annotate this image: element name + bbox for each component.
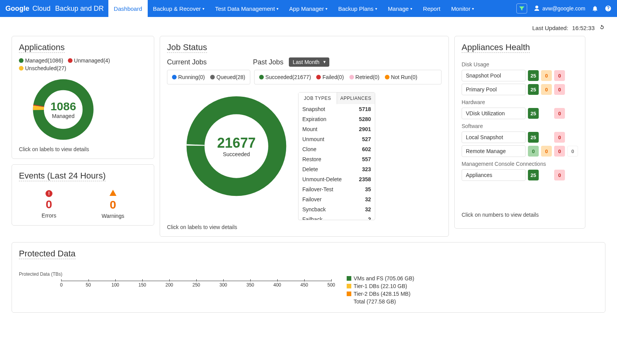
axis-tick: 500 [327, 279, 335, 285]
job-type-row[interactable]: Snapshot5718 [298, 104, 375, 114]
current-jobs-label: Current Jobs [167, 58, 207, 66]
legend-vms[interactable]: VMs and FS (705.06 GB) [347, 275, 414, 281]
warnings-label: Warnings [102, 213, 125, 219]
ah-row-name[interactable]: Remote Manage [462, 145, 526, 157]
ah-pill-err[interactable]: 0 [554, 70, 565, 81]
ah-pill-err[interactable]: 0 [554, 146, 565, 157]
ah-row-name[interactable]: Snapshot Pool [462, 70, 526, 81]
events-title: Events (Last 24 Hours) [19, 171, 106, 181]
ah-row: Appliances250 [462, 169, 578, 181]
applications-center-label: Managed [52, 113, 74, 119]
past-jobs-range-dropdown[interactable]: Last Month [289, 57, 329, 67]
google-logo: Google [5, 5, 29, 13]
legend-managed[interactable]: Managed(1086) [19, 57, 63, 64]
nav-monitor[interactable]: Monitor▾ [446, 0, 479, 17]
applications-card: Applications Managed(1086) Unmanaged(4) … [12, 36, 154, 159]
events-card: Events (Last 24 Hours) ! 0 Errors 0 Warn… [12, 164, 154, 226]
refresh-icon [598, 24, 605, 31]
ah-pill-ok[interactable]: 25 [528, 108, 539, 119]
job-type-row[interactable]: Failover-Test35 [298, 184, 375, 194]
ah-pill-ok[interactable]: 25 [528, 170, 539, 180]
legend-t2[interactable]: Tier-2 DBs (428.15 MB) [347, 291, 414, 297]
job-type-row[interactable]: Unmount527 [298, 134, 375, 144]
chevron-down-icon: ▾ [375, 7, 377, 11]
ah-pill-warn[interactable]: 0 [541, 146, 552, 157]
chip-notrun[interactable]: Not Run(0) [385, 74, 417, 80]
job-status-title: Job Status [167, 42, 207, 53]
chip-failed[interactable]: Failed(0) [316, 74, 344, 80]
legend-unscheduled[interactable]: Unscheduled(27) [19, 65, 66, 71]
ah-pill-ok[interactable]: 25 [528, 84, 539, 95]
ah-pill-err[interactable]: 0 [554, 170, 565, 180]
job-type-row[interactable]: Failback2 [298, 214, 375, 220]
ah-pill-ok[interactable]: 25 [528, 70, 539, 81]
chevron-down-icon: ▾ [472, 7, 474, 11]
job-type-row[interactable]: Syncback32 [298, 204, 375, 214]
ah-row-name[interactable]: VDisk Utilization [462, 108, 526, 119]
ah-row: Primary Pool2500 [462, 84, 578, 95]
past-jobs-chips: Succeeded(21677) Failed(0) Retried(0) No… [254, 70, 442, 84]
chevron-down-icon: ▾ [410, 7, 412, 11]
chevron-down-icon: ▾ [325, 7, 327, 11]
chip-retried[interactable]: Retried(0) [349, 74, 379, 80]
applications-hint: Click on labels to view details [19, 146, 147, 152]
axis-tick: 100 [111, 279, 119, 285]
protected-data-card: Protected Data Protected Data (TBs) 0501… [12, 242, 605, 313]
nav-dashboard[interactable]: Dashboard [108, 0, 147, 17]
tab-job-types[interactable]: JOB TYPES [298, 93, 337, 104]
job-type-row[interactable]: Clone602 [298, 144, 375, 154]
nav-test-data[interactable]: Test Data Management▾ [210, 0, 284, 17]
ah-row-name[interactable]: Primary Pool [462, 84, 526, 95]
nav-backup-plans[interactable]: Backup Plans▾ [333, 0, 383, 17]
ah-pill-err[interactable]: 0 [554, 108, 565, 119]
applications-title: Applications [19, 42, 65, 53]
events-errors[interactable]: ! 0 Errors [42, 190, 56, 219]
job-type-row[interactable]: Failover32 [298, 194, 375, 204]
user-email: avw@google.com [543, 5, 586, 12]
ah-pill-ok[interactable]: 0 [528, 146, 539, 157]
top-nav: Google Cloud Backup and DR Dashboard Bac… [0, 0, 617, 17]
ah-section-label: Hardware [462, 99, 578, 105]
events-warnings[interactable]: 0 Warnings [102, 190, 125, 219]
job-types-panel: JOB TYPES APPLIANCES Snapshot5718Expirat… [298, 92, 375, 220]
chip-queued[interactable]: Queued(28) [210, 74, 245, 80]
applications-donut[interactable]: 1086 Managed [30, 77, 96, 142]
nav-backup-recover[interactable]: Backup & Recover▾ [148, 0, 210, 17]
ah-pill-err[interactable]: 0 [554, 132, 565, 143]
job-type-row[interactable]: Restore557 [298, 154, 375, 164]
jobs-center-value: 21677 [217, 135, 256, 151]
nav-app-manager[interactable]: App Manager▾ [284, 0, 333, 17]
axis-tick: 150 [138, 279, 146, 285]
axis-tick: 400 [273, 279, 281, 285]
ah-pill-ok[interactable]: 25 [528, 132, 539, 143]
legend-t1[interactable]: Tier-1 DBs (22.10 GB) [347, 283, 414, 289]
job-type-row[interactable]: Expiration5280 [298, 114, 375, 124]
jobs-donut[interactable]: 21677 Succeeded [182, 92, 290, 200]
job-type-row[interactable]: Unmount-Delete2358 [298, 174, 375, 184]
job-type-row[interactable]: Delete323 [298, 164, 375, 174]
chip-succeeded[interactable]: Succeeded(21677) [259, 74, 311, 80]
bell-icon[interactable] [592, 5, 598, 12]
user-menu[interactable]: avw@google.com [533, 5, 586, 12]
ah-pill-warn[interactable]: 0 [541, 84, 552, 95]
tab-appliances[interactable]: APPLIANCES [337, 93, 375, 104]
chip-running[interactable]: Running(0) [172, 74, 205, 80]
job-types-list[interactable]: Snapshot5718Expiration5280Mount2901Unmou… [298, 104, 375, 220]
ah-pill-err[interactable]: 0 [554, 84, 565, 95]
axis-tick: 300 [219, 279, 227, 285]
warning-icon [110, 190, 116, 196]
refresh-button[interactable] [598, 24, 605, 32]
cloud-label: Cloud [32, 5, 51, 13]
errors-label: Errors [42, 212, 56, 219]
job-type-row[interactable]: Mount2901 [298, 124, 375, 134]
nav-manage[interactable]: Manage▾ [383, 0, 418, 17]
nav-report[interactable]: Report [418, 0, 446, 17]
ah-pill-warn[interactable]: 0 [541, 70, 552, 81]
legend-unmanaged[interactable]: Unmanaged(4) [68, 57, 110, 64]
protected-title: Protected Data [19, 249, 76, 259]
ah-row-name[interactable]: Local Snapshot [462, 131, 526, 143]
ah-row-name[interactable]: Appliances [462, 169, 526, 181]
filter-button[interactable] [516, 3, 527, 13]
ah-pill-extra[interactable]: 0 [567, 146, 578, 157]
help-icon[interactable] [605, 5, 612, 12]
